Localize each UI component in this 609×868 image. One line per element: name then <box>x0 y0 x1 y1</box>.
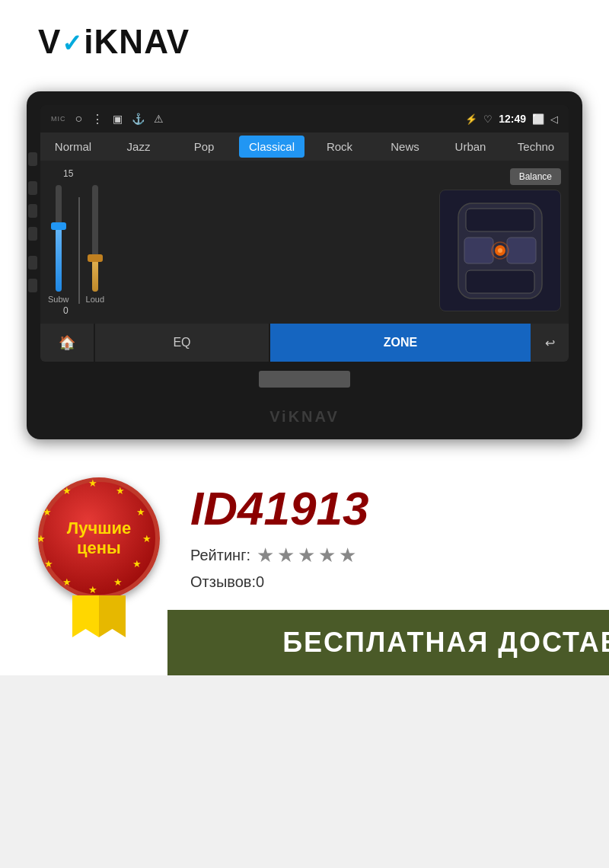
svg-text:★: ★ <box>132 558 142 570</box>
circle-icon: ○ <box>75 112 83 126</box>
delivery-text: БЕСПЛАТНАЯ ДОСТАВКА <box>190 627 609 659</box>
medal-line2: цены <box>77 538 121 558</box>
svg-text:★: ★ <box>142 533 151 544</box>
medal-ribbon <box>72 595 126 637</box>
tab-techno[interactable]: Techno <box>503 132 569 161</box>
star-2: ★ <box>277 544 295 567</box>
license-plate <box>259 371 350 388</box>
stars-row: ★ ★ ★ ★ ★ <box>257 544 356 567</box>
logo-area: V ✓ iKNAV <box>0 0 609 76</box>
tab-rock[interactable]: Rock <box>307 132 372 161</box>
svg-text:★: ★ <box>38 533 46 544</box>
side-vol-up-button[interactable] <box>28 256 37 270</box>
svg-rect-4 <box>507 238 536 263</box>
loudness-label: Loud <box>86 295 104 304</box>
eq-tabs-row: Normal Jazz Pop Classical Rock News Urba… <box>40 132 569 161</box>
car-screen: MIC ○ ⋮ ▣ ⚓ ⚠ ⚡ ♡ 12:49 ⬜ ◁ Normal <box>40 105 569 362</box>
tab-urban[interactable]: Urban <box>438 132 503 161</box>
menu-icon: ⋮ <box>91 112 104 126</box>
svg-text:★: ★ <box>44 558 53 570</box>
svg-text:★: ★ <box>136 506 145 518</box>
loudness-slider[interactable]: Loud <box>86 182 104 304</box>
status-time: 12:49 <box>499 113 526 125</box>
loudness-thumb[interactable] <box>88 254 103 262</box>
tab-news[interactable]: News <box>372 132 438 161</box>
svg-rect-1 <box>466 209 534 231</box>
car-diagram <box>439 190 561 311</box>
slider-bottom-label: 0 <box>48 305 69 316</box>
tab-pop[interactable]: Pop <box>171 132 237 161</box>
home-icon: 🏠 <box>59 334 75 351</box>
sliders-area: 15 Subw <box>48 168 139 316</box>
loudness-track <box>92 185 98 292</box>
info-section: ★ ★ ★ ★ ★ ★ ★ ★ ★ ★ ★ ★ Лучшие цены <box>0 462 609 675</box>
reviews-row: Отзывов:0 <box>190 573 609 591</box>
svg-text:★: ★ <box>116 485 125 496</box>
product-id: ID41913 <box>190 485 609 532</box>
sliders-row: Subw Loud <box>48 182 104 304</box>
side-power-button[interactable] <box>28 152 37 166</box>
medal-container: ★ ★ ★ ★ ★ ★ ★ ★ ★ ★ ★ ★ Лучшие цены <box>23 477 175 637</box>
device-watermark: ViKNAV <box>269 408 340 426</box>
rating-row: Рейтинг: ★ ★ ★ ★ ★ <box>190 544 609 567</box>
subwoofer-label: Subw <box>48 295 69 304</box>
bottom-bar: 🏠 EQ ZONE ↩ <box>40 324 569 362</box>
loudness-fill <box>92 260 98 292</box>
device-bottom <box>40 365 569 394</box>
wifi-icon: ♡ <box>483 113 493 125</box>
back-icon: ◁ <box>550 113 558 125</box>
svg-point-6 <box>498 248 502 253</box>
image-icon: ▣ <box>113 113 123 125</box>
side-back-button[interactable] <box>28 181 37 195</box>
svg-text:★: ★ <box>62 576 72 588</box>
home-button[interactable]: 🏠 <box>40 324 94 362</box>
eq-main-area: 15 Subw <box>40 161 569 324</box>
slider-divider <box>78 197 80 304</box>
rating-label: Рейтинг: <box>190 547 250 564</box>
svg-rect-2 <box>466 270 534 293</box>
logo-check-icon: ✓ <box>62 29 84 58</box>
ribbon-left <box>72 595 99 637</box>
brand-logo: V ✓ iKNAV <box>38 23 571 61</box>
usb-icon: ⚓ <box>132 113 145 125</box>
svg-text:★: ★ <box>88 477 97 489</box>
zone-label: ZONE <box>384 336 417 349</box>
side-home-button[interactable] <box>28 204 37 218</box>
tab-jazz[interactable]: Jazz <box>106 132 171 161</box>
device-outer: MIC ○ ⋮ ▣ ⚓ ⚠ ⚡ ♡ 12:49 ⬜ ◁ Normal <box>27 91 582 439</box>
device-container: MIC ○ ⋮ ▣ ⚓ ⚠ ⚡ ♡ 12:49 ⬜ ◁ Normal <box>0 76 609 462</box>
subwoofer-thumb[interactable] <box>51 222 66 230</box>
side-menu-button[interactable] <box>28 227 37 241</box>
bluetooth-icon: ⚡ <box>465 113 477 125</box>
logo-v-icon: V <box>38 23 62 61</box>
warning-icon: ⚠ <box>154 113 164 125</box>
star-4: ★ <box>318 544 336 567</box>
svg-text:★: ★ <box>113 576 123 588</box>
balance-button[interactable]: Balance <box>510 168 561 185</box>
tab-classical[interactable]: Classical <box>239 136 304 158</box>
ribbon-right <box>99 595 126 637</box>
logo-iknav-text: iKNAV <box>84 23 190 61</box>
svg-text:★: ★ <box>88 584 97 595</box>
status-right-icons: ⚡ ♡ 12:49 ⬜ ◁ <box>465 113 558 125</box>
subwoofer-fill <box>56 228 62 292</box>
medal-line1: Лучшие <box>67 519 132 538</box>
car-svg <box>443 192 557 310</box>
delivery-banner: БЕСПЛАТНАЯ ДОСТАВКА <box>167 610 609 675</box>
reviews-label: Отзывов:0 <box>190 573 264 590</box>
star-5: ★ <box>339 544 356 567</box>
status-left-icons: MIC ○ ⋮ ▣ ⚓ ⚠ <box>51 112 164 126</box>
zone-button[interactable]: ZONE <box>270 324 531 362</box>
star-3: ★ <box>298 544 315 567</box>
svg-text:★: ★ <box>62 485 72 496</box>
product-info: ID41913 Рейтинг: ★ ★ ★ ★ ★ Отзывов:0 БЕС… <box>190 477 609 675</box>
eq-button[interactable]: EQ <box>95 324 269 362</box>
side-vol-down-button[interactable] <box>28 279 37 292</box>
status-bar: MIC ○ ⋮ ▣ ⚓ ⚠ ⚡ ♡ 12:49 ⬜ ◁ <box>40 105 569 132</box>
mic-label: MIC <box>51 115 66 123</box>
eq-label: EQ <box>173 336 190 349</box>
subwoofer-slider[interactable]: Subw <box>48 182 69 304</box>
back-button[interactable]: ↩ <box>531 324 569 362</box>
tab-normal[interactable]: Normal <box>40 132 106 161</box>
car-diagram-area: Balance <box>147 168 561 316</box>
